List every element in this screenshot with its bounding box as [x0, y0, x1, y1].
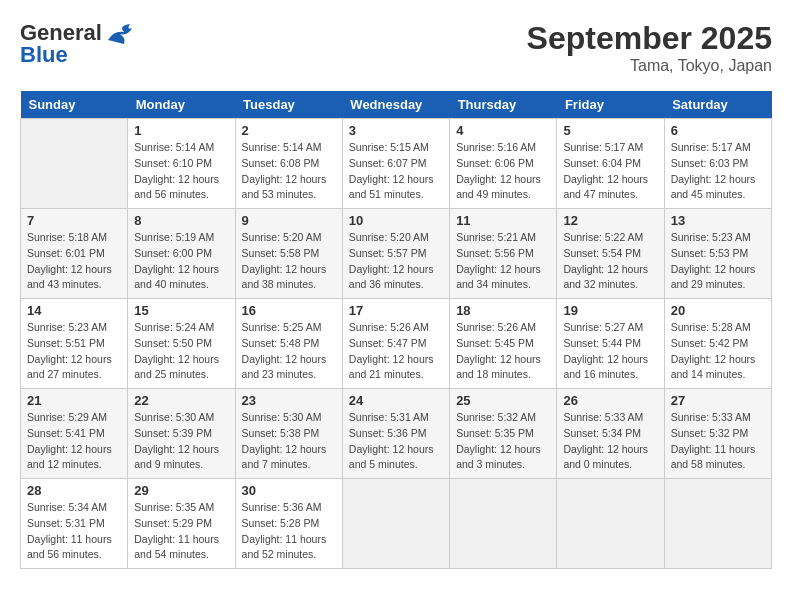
- logo: General Blue: [20, 20, 136, 68]
- calendar-day-cell: 9Sunrise: 5:20 AMSunset: 5:58 PMDaylight…: [235, 209, 342, 299]
- weekday-header-cell: Wednesday: [342, 91, 449, 119]
- day-info: Sunrise: 5:35 AMSunset: 5:29 PMDaylight:…: [134, 500, 228, 563]
- day-info: Sunrise: 5:16 AMSunset: 6:06 PMDaylight:…: [456, 140, 550, 203]
- calendar-day-cell: [557, 479, 664, 569]
- day-number: 8: [134, 213, 228, 228]
- calendar-day-cell: 6Sunrise: 5:17 AMSunset: 6:03 PMDaylight…: [664, 119, 771, 209]
- day-number: 15: [134, 303, 228, 318]
- calendar-day-cell: 26Sunrise: 5:33 AMSunset: 5:34 PMDayligh…: [557, 389, 664, 479]
- page-header: General Blue September 2025 Tama, Tokyo,…: [20, 20, 772, 75]
- title-area: September 2025 Tama, Tokyo, Japan: [527, 20, 772, 75]
- calendar-day-cell: [21, 119, 128, 209]
- day-number: 17: [349, 303, 443, 318]
- day-info: Sunrise: 5:24 AMSunset: 5:50 PMDaylight:…: [134, 320, 228, 383]
- weekday-header-cell: Monday: [128, 91, 235, 119]
- calendar-table: SundayMondayTuesdayWednesdayThursdayFrid…: [20, 91, 772, 569]
- day-number: 23: [242, 393, 336, 408]
- day-number: 27: [671, 393, 765, 408]
- day-info: Sunrise: 5:23 AMSunset: 5:51 PMDaylight:…: [27, 320, 121, 383]
- calendar-week-row: 28Sunrise: 5:34 AMSunset: 5:31 PMDayligh…: [21, 479, 772, 569]
- day-info: Sunrise: 5:14 AMSunset: 6:10 PMDaylight:…: [134, 140, 228, 203]
- day-number: 7: [27, 213, 121, 228]
- day-number: 18: [456, 303, 550, 318]
- calendar-day-cell: 17Sunrise: 5:26 AMSunset: 5:47 PMDayligh…: [342, 299, 449, 389]
- day-number: 24: [349, 393, 443, 408]
- day-number: 26: [563, 393, 657, 408]
- day-info: Sunrise: 5:34 AMSunset: 5:31 PMDaylight:…: [27, 500, 121, 563]
- day-number: 4: [456, 123, 550, 138]
- calendar-day-cell: 2Sunrise: 5:14 AMSunset: 6:08 PMDaylight…: [235, 119, 342, 209]
- weekday-header-cell: Saturday: [664, 91, 771, 119]
- day-number: 16: [242, 303, 336, 318]
- calendar-week-row: 21Sunrise: 5:29 AMSunset: 5:41 PMDayligh…: [21, 389, 772, 479]
- weekday-header-row: SundayMondayTuesdayWednesdayThursdayFrid…: [21, 91, 772, 119]
- day-number: 6: [671, 123, 765, 138]
- calendar-day-cell: 3Sunrise: 5:15 AMSunset: 6:07 PMDaylight…: [342, 119, 449, 209]
- calendar-body: 1Sunrise: 5:14 AMSunset: 6:10 PMDaylight…: [21, 119, 772, 569]
- day-number: 22: [134, 393, 228, 408]
- day-number: 2: [242, 123, 336, 138]
- calendar-day-cell: 14Sunrise: 5:23 AMSunset: 5:51 PMDayligh…: [21, 299, 128, 389]
- day-info: Sunrise: 5:17 AMSunset: 6:03 PMDaylight:…: [671, 140, 765, 203]
- day-number: 30: [242, 483, 336, 498]
- calendar-day-cell: 4Sunrise: 5:16 AMSunset: 6:06 PMDaylight…: [450, 119, 557, 209]
- day-info: Sunrise: 5:20 AMSunset: 5:57 PMDaylight:…: [349, 230, 443, 293]
- calendar-day-cell: 11Sunrise: 5:21 AMSunset: 5:56 PMDayligh…: [450, 209, 557, 299]
- day-number: 25: [456, 393, 550, 408]
- day-info: Sunrise: 5:15 AMSunset: 6:07 PMDaylight:…: [349, 140, 443, 203]
- calendar-day-cell: 23Sunrise: 5:30 AMSunset: 5:38 PMDayligh…: [235, 389, 342, 479]
- logo-blue: Blue: [20, 42, 68, 68]
- calendar-day-cell: [664, 479, 771, 569]
- day-number: 5: [563, 123, 657, 138]
- day-number: 10: [349, 213, 443, 228]
- day-info: Sunrise: 5:26 AMSunset: 5:47 PMDaylight:…: [349, 320, 443, 383]
- calendar-day-cell: 25Sunrise: 5:32 AMSunset: 5:35 PMDayligh…: [450, 389, 557, 479]
- calendar-day-cell: 5Sunrise: 5:17 AMSunset: 6:04 PMDaylight…: [557, 119, 664, 209]
- calendar-day-cell: [450, 479, 557, 569]
- day-number: 21: [27, 393, 121, 408]
- calendar-day-cell: 8Sunrise: 5:19 AMSunset: 6:00 PMDaylight…: [128, 209, 235, 299]
- day-number: 1: [134, 123, 228, 138]
- weekday-header-cell: Friday: [557, 91, 664, 119]
- calendar-day-cell: 28Sunrise: 5:34 AMSunset: 5:31 PMDayligh…: [21, 479, 128, 569]
- day-info: Sunrise: 5:30 AMSunset: 5:39 PMDaylight:…: [134, 410, 228, 473]
- location: Tama, Tokyo, Japan: [527, 57, 772, 75]
- calendar-day-cell: 7Sunrise: 5:18 AMSunset: 6:01 PMDaylight…: [21, 209, 128, 299]
- calendar-week-row: 14Sunrise: 5:23 AMSunset: 5:51 PMDayligh…: [21, 299, 772, 389]
- day-number: 9: [242, 213, 336, 228]
- logo-bird-icon: [104, 20, 136, 46]
- day-info: Sunrise: 5:26 AMSunset: 5:45 PMDaylight:…: [456, 320, 550, 383]
- day-number: 28: [27, 483, 121, 498]
- day-number: 14: [27, 303, 121, 318]
- calendar-day-cell: 29Sunrise: 5:35 AMSunset: 5:29 PMDayligh…: [128, 479, 235, 569]
- calendar-week-row: 7Sunrise: 5:18 AMSunset: 6:01 PMDaylight…: [21, 209, 772, 299]
- day-info: Sunrise: 5:33 AMSunset: 5:34 PMDaylight:…: [563, 410, 657, 473]
- weekday-header-cell: Thursday: [450, 91, 557, 119]
- calendar-week-row: 1Sunrise: 5:14 AMSunset: 6:10 PMDaylight…: [21, 119, 772, 209]
- calendar-day-cell: 24Sunrise: 5:31 AMSunset: 5:36 PMDayligh…: [342, 389, 449, 479]
- calendar-day-cell: 10Sunrise: 5:20 AMSunset: 5:57 PMDayligh…: [342, 209, 449, 299]
- calendar-day-cell: 13Sunrise: 5:23 AMSunset: 5:53 PMDayligh…: [664, 209, 771, 299]
- calendar-day-cell: 20Sunrise: 5:28 AMSunset: 5:42 PMDayligh…: [664, 299, 771, 389]
- day-info: Sunrise: 5:23 AMSunset: 5:53 PMDaylight:…: [671, 230, 765, 293]
- day-info: Sunrise: 5:27 AMSunset: 5:44 PMDaylight:…: [563, 320, 657, 383]
- day-info: Sunrise: 5:20 AMSunset: 5:58 PMDaylight:…: [242, 230, 336, 293]
- day-number: 13: [671, 213, 765, 228]
- day-number: 19: [563, 303, 657, 318]
- month-title: September 2025: [527, 20, 772, 57]
- calendar-day-cell: [342, 479, 449, 569]
- day-info: Sunrise: 5:33 AMSunset: 5:32 PMDaylight:…: [671, 410, 765, 473]
- day-number: 11: [456, 213, 550, 228]
- day-number: 12: [563, 213, 657, 228]
- day-number: 20: [671, 303, 765, 318]
- calendar-day-cell: 12Sunrise: 5:22 AMSunset: 5:54 PMDayligh…: [557, 209, 664, 299]
- calendar-day-cell: 19Sunrise: 5:27 AMSunset: 5:44 PMDayligh…: [557, 299, 664, 389]
- calendar-day-cell: 21Sunrise: 5:29 AMSunset: 5:41 PMDayligh…: [21, 389, 128, 479]
- weekday-header-cell: Tuesday: [235, 91, 342, 119]
- calendar-day-cell: 16Sunrise: 5:25 AMSunset: 5:48 PMDayligh…: [235, 299, 342, 389]
- day-info: Sunrise: 5:25 AMSunset: 5:48 PMDaylight:…: [242, 320, 336, 383]
- calendar-day-cell: 1Sunrise: 5:14 AMSunset: 6:10 PMDaylight…: [128, 119, 235, 209]
- day-info: Sunrise: 5:21 AMSunset: 5:56 PMDaylight:…: [456, 230, 550, 293]
- day-info: Sunrise: 5:14 AMSunset: 6:08 PMDaylight:…: [242, 140, 336, 203]
- day-info: Sunrise: 5:22 AMSunset: 5:54 PMDaylight:…: [563, 230, 657, 293]
